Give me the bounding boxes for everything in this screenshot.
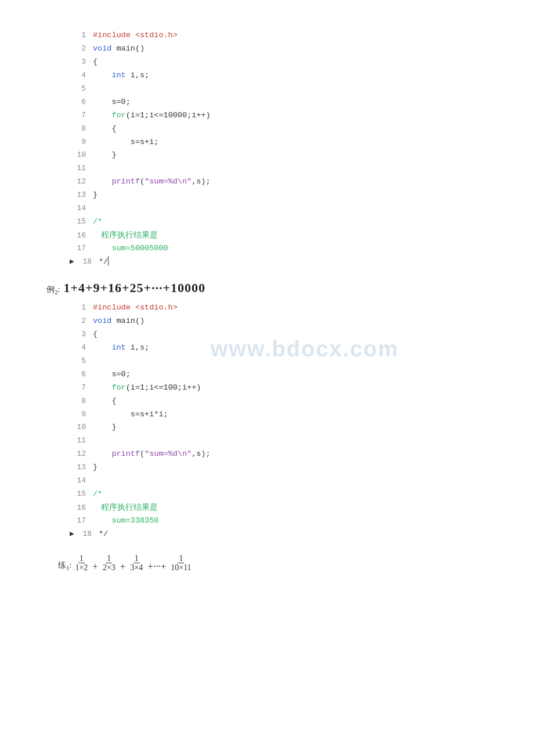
code-line: 2 void main()	[70, 315, 499, 328]
code-line: 11	[70, 162, 499, 175]
code-line: 13 }	[70, 461, 499, 474]
code-line: 10 }	[70, 149, 499, 162]
code-line: 14	[70, 474, 499, 488]
code-line: 3 {	[70, 56, 499, 69]
code-line: 1 #include <stdio.h>	[70, 301, 499, 315]
code-line: 6 s=0;	[70, 368, 499, 381]
code-line: 17 sum=338350	[70, 514, 499, 528]
code-line: 4 int i,s;	[70, 341, 499, 355]
code-line: 10 }	[70, 421, 499, 434]
code-line: 8 {	[70, 395, 499, 408]
code-line: 8 {	[70, 123, 499, 136]
code-line: 16 程序执行结果是	[70, 501, 499, 514]
code-line: 2 void main()	[70, 42, 499, 56]
code-line: 6 s=0;	[70, 96, 499, 109]
code-line: 9 s=s+i*i;	[70, 408, 499, 422]
code-block-2: 1 #include <stdio.h> 2 void main() 3 { 4…	[70, 301, 499, 541]
code-line: 3 {	[70, 328, 499, 341]
code-line: 1 #include <stdio.h>	[70, 29, 499, 42]
code-line: 13 }	[70, 189, 499, 202]
example2-label: 例2: 1+4+9+16+25+···+10000	[46, 280, 499, 296]
code-line: 4 int i,s;	[70, 69, 499, 82]
code-line: 5	[70, 82, 499, 96]
code-line: 16 程序执行结果是	[70, 229, 499, 242]
code-line: 7 for(i=1;i<=10000;i++)	[70, 109, 499, 123]
code-line: ▶ 18 */	[70, 528, 499, 541]
exercise1-expr: 1 1×2 + 1 2×3 + 1 3×4 +···+ 1	[74, 554, 192, 573]
code-line: 12 printf("sum=%d\n",s);	[70, 448, 499, 461]
code-line: 14	[70, 202, 499, 215]
exercise1-section: 练1: 1 1×2 + 1 2×3 + 1 3×4	[46, 554, 499, 573]
code-line: ▶ 18 */▏	[70, 255, 499, 269]
exercise1-label: 练1:	[58, 560, 71, 571]
code-line: 12 printf("sum=%d\n",s);	[70, 175, 499, 189]
code-line: 15 /*	[70, 215, 499, 229]
code-line: 5	[70, 355, 499, 368]
code-line: 7 for(i=1;i<=100;i++)	[70, 381, 499, 395]
code-block-1: 1 #include <stdio.h> 2 void main() 3 { 4…	[70, 29, 499, 269]
code-line: 15 /*	[70, 488, 499, 501]
code-line: 9 s=s+i;	[70, 136, 499, 149]
code-line: 17 sum=50005000	[70, 242, 499, 255]
code-line: 11	[70, 434, 499, 448]
